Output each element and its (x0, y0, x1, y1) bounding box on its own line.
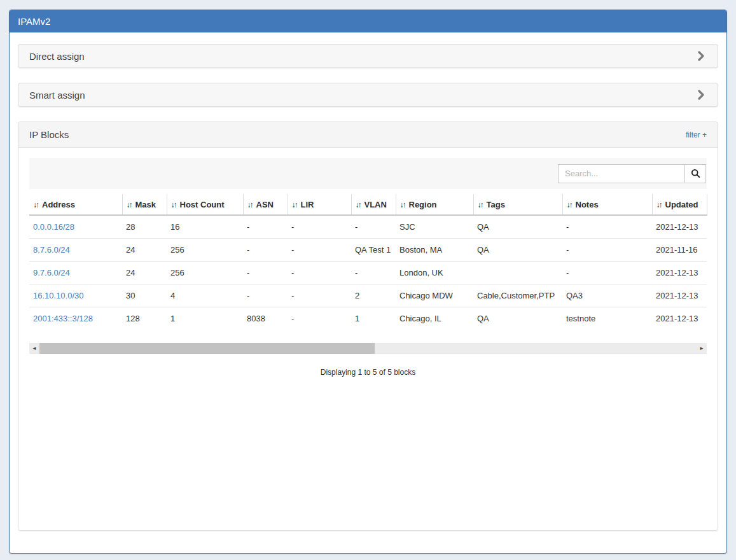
search-toolbar (29, 158, 707, 189)
direct-assign-label: Direct assign (29, 51, 85, 62)
filter-add-link[interactable]: filter + (686, 130, 707, 139)
search-button[interactable] (684, 164, 706, 183)
pagination-status: Displaying 1 to 5 of 5 blocks (29, 368, 707, 377)
search-group (558, 164, 706, 183)
sort-icon: ↓↑ (356, 200, 361, 209)
column-label: Tags (487, 200, 505, 209)
cell-address: 0.0.0.16/28 (29, 215, 122, 239)
column-header-host-count[interactable]: ↓↑Host Count (167, 194, 243, 215)
sort-icon: ↓↑ (478, 200, 483, 209)
table-row: 0.0.0.16/282816---SJCQA-2021-12-13 (29, 215, 707, 239)
column-header-notes[interactable]: ↓↑Notes (562, 194, 652, 215)
column-header-lir[interactable]: ↓↑LIR (288, 194, 351, 215)
chevron-right-icon (697, 51, 705, 61)
address-link[interactable]: 9.7.6.0/24 (33, 268, 70, 277)
table-row: 9.7.6.0/2424256---London, UK-2021-12-13 (29, 262, 707, 284)
column-header-region[interactable]: ↓↑Region (396, 194, 473, 215)
ip-blocks-body: ↓↑Address↓↑Mask↓↑Host Count↓↑ASN↓↑LIR↓↑V… (18, 148, 718, 530)
horizontal-scrollbar[interactable]: ◄ ► (29, 343, 707, 354)
search-input[interactable] (558, 164, 685, 183)
ip-blocks-table: ↓↑Address↓↑Mask↓↑Host Count↓↑ASN↓↑LIR↓↑V… (29, 194, 707, 330)
app-titlebar: IPAMv2 (10, 10, 726, 32)
cell-updated: 2021-12-13 (652, 262, 707, 284)
cell-updated: 2021-12-13 (652, 284, 707, 307)
column-label: Notes (576, 200, 599, 209)
app-window: IPAMv2 Direct assign Smart assign IP Blo… (9, 10, 727, 554)
direct-assign-panel[interactable]: Direct assign (18, 44, 718, 68)
cell-notes: - (562, 215, 652, 239)
scroll-right-icon[interactable]: ► (697, 343, 707, 354)
table-row: 16.10.10.0/30304--2Chicago MDWCable,Cust… (29, 284, 707, 307)
app-content: Direct assign Smart assign IP Blocks fil… (10, 32, 726, 531)
cell-vlan: - (351, 262, 396, 284)
cell-host-count: 4 (167, 284, 243, 307)
table-row: 2001:433::3/12812818038-1Chicago, ILQAte… (29, 307, 707, 330)
address-link[interactable]: 16.10.10.0/30 (33, 291, 84, 300)
ip-blocks-header: IP Blocks filter + (18, 122, 718, 148)
cell-address: 8.7.6.0/24 (29, 239, 122, 262)
sort-icon: ↓↑ (656, 200, 662, 209)
cell-asn: 8038 (243, 307, 288, 330)
address-link[interactable]: 8.7.6.0/24 (33, 245, 70, 255)
sort-icon: ↓↑ (247, 200, 253, 209)
cell-lir: - (288, 239, 351, 262)
sort-icon: ↓↑ (127, 200, 132, 209)
cell-asn: - (243, 284, 288, 307)
sort-icon: ↓↑ (400, 200, 405, 209)
table-header-row: ↓↑Address↓↑Mask↓↑Host Count↓↑ASN↓↑LIR↓↑V… (29, 194, 707, 215)
cell-mask: 24 (122, 262, 167, 284)
column-header-vlan[interactable]: ↓↑VLAN (351, 194, 396, 215)
cell-vlan: 1 (351, 307, 396, 330)
cell-vlan: - (351, 215, 396, 239)
column-label: Updated (665, 200, 698, 209)
column-label: VLAN (365, 200, 387, 209)
cell-vlan: 2 (351, 284, 396, 307)
cell-tags: Cable,Customer,PTP (473, 284, 562, 307)
table-row: 8.7.6.0/2424256--QA Test 1Boston, MAQA-2… (29, 239, 707, 262)
address-link[interactable]: 2001:433::3/128 (33, 314, 93, 323)
cell-mask: 128 (122, 307, 167, 330)
cell-lir: - (288, 262, 351, 284)
cell-notes: testnote (562, 307, 652, 330)
cell-region: SJC (396, 215, 473, 239)
cell-updated: 2021-12-13 (652, 307, 707, 330)
sort-icon: ↓↑ (567, 200, 572, 209)
column-header-tags[interactable]: ↓↑Tags (473, 194, 562, 215)
cell-notes: - (562, 262, 652, 284)
cell-tags: QA (473, 307, 562, 330)
cell-lir: - (288, 215, 351, 239)
search-icon (691, 169, 700, 178)
table-body: 0.0.0.16/282816---SJCQA-2021-12-138.7.6.… (29, 215, 707, 330)
cell-vlan: QA Test 1 (351, 239, 396, 262)
scrollbar-thumb[interactable] (39, 343, 375, 354)
ip-blocks-title: IP Blocks (29, 129, 69, 140)
column-label: Region (409, 200, 437, 209)
cell-asn: - (243, 239, 288, 262)
column-label: Address (42, 200, 75, 209)
cell-lir: - (288, 307, 351, 330)
cell-host-count: 256 (167, 262, 243, 284)
column-label: Host Count (180, 200, 225, 209)
smart-assign-label: Smart assign (29, 90, 85, 101)
cell-updated: 2021-12-13 (652, 215, 707, 239)
cell-tags: QA (473, 239, 562, 262)
cell-region: Boston, MA (396, 239, 473, 262)
chevron-right-icon (697, 90, 705, 100)
address-link[interactable]: 0.0.0.16/28 (33, 222, 74, 232)
cell-address: 9.7.6.0/24 (29, 262, 122, 284)
cell-host-count: 16 (167, 215, 243, 239)
smart-assign-panel[interactable]: Smart assign (18, 83, 718, 107)
column-header-asn[interactable]: ↓↑ASN (243, 194, 288, 215)
cell-host-count: 1 (167, 307, 243, 330)
cell-notes: QA3 (562, 284, 652, 307)
column-header-mask[interactable]: ↓↑Mask (122, 194, 167, 215)
cell-updated: 2021-11-16 (652, 239, 707, 262)
cell-region: London, UK (396, 262, 473, 284)
cell-mask: 30 (122, 284, 167, 307)
cell-tags: QA (473, 215, 562, 239)
scroll-left-icon[interactable]: ◄ (29, 343, 39, 354)
ip-blocks-panel: IP Blocks filter + (18, 122, 718, 531)
column-header-updated[interactable]: ↓↑Updated (652, 194, 707, 215)
sort-icon: ↓↑ (171, 200, 176, 209)
column-header-address[interactable]: ↓↑Address (29, 194, 122, 215)
